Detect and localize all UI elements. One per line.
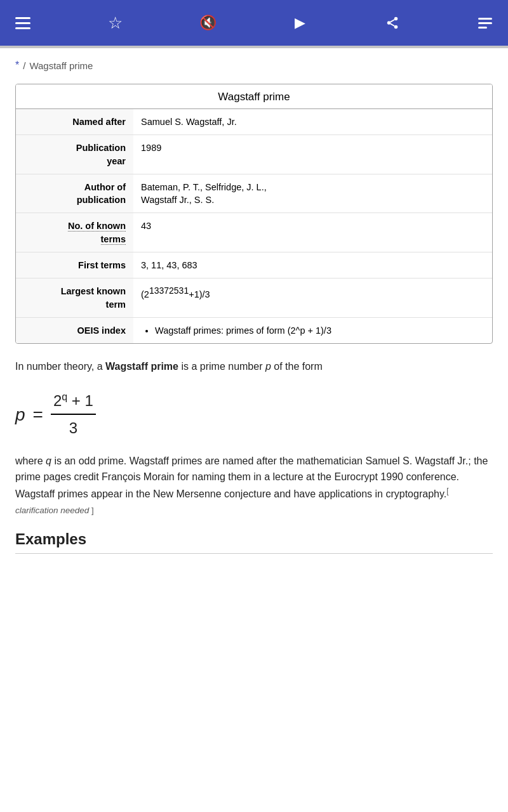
mute-icon [199, 15, 217, 31]
infocard-value-largest-term: (213372531+1)/3 [133, 278, 492, 317]
infocard-label-pub-year: Publicationyear [16, 135, 133, 174]
infocard: Wagstaff prime Named after Samuel S. Wag… [15, 84, 493, 344]
dotted-label: No. of knownterms [68, 221, 126, 244]
infocard-value-pub-year: 1989 [133, 135, 492, 174]
clarification-bracket-close: ] [91, 506, 94, 515]
bookmark-button[interactable] [104, 11, 127, 34]
infocard-value-named-after: Samuel S. Wagstaff, Jr. [133, 109, 492, 134]
svg-line-3 [391, 23, 394, 26]
infocard-row-first-terms: First terms 3, 11, 43, 683 [16, 252, 492, 278]
infocard-label-first-terms: First terms [16, 252, 133, 278]
infocard-row-author: Author ofpublication Bateman, P. T., Sel… [16, 174, 492, 214]
infocard-row-largest-term: Largest knownterm (213372531+1)/3 [16, 278, 492, 318]
infocard-value-author: Bateman, P. T., Selfridge, J. L.,Wagstaf… [133, 174, 492, 213]
clarification-superscript[interactable]: [ [446, 487, 448, 495]
hamburger-icon [15, 17, 30, 29]
svg-point-2 [394, 25, 398, 29]
formula-block: p = 2q + 1 3 [15, 384, 493, 445]
play-icon [295, 15, 305, 31]
infocard-value-terms-count: 43 [133, 213, 492, 252]
svg-line-4 [391, 20, 394, 22]
formula-p: p [15, 401, 25, 428]
svg-point-0 [394, 17, 398, 20]
breadcrumb-page[interactable]: Wagstaff prime [29, 60, 93, 71]
oeis-list-item: Wagstaff primes: primes of form (2^p + 1… [155, 324, 485, 337]
infocard-title: Wagstaff prime [16, 84, 492, 109]
share-icon [385, 16, 399, 30]
infocard-label-largest-term: Largest knownterm [16, 278, 133, 317]
examples-heading: Examples [15, 527, 493, 554]
infocard-label-author: Author ofpublication [16, 174, 133, 213]
formula-denominator: 3 [67, 415, 80, 440]
toolbar [0, 0, 508, 46]
formula-exponent-q: q [62, 391, 67, 402]
list-icon [478, 18, 492, 29]
formula-fraction: 2q + 1 3 [51, 389, 96, 440]
share-button[interactable] [381, 11, 404, 34]
breadcrumb-separator: / [23, 60, 25, 71]
formula-equals: = [33, 401, 43, 428]
star-icon [108, 13, 123, 33]
exponent-largest: 13372531 [149, 285, 189, 296]
mute-button[interactable] [196, 11, 219, 34]
infocard-value-oeis: Wagstaff primes: primes of form (2^p + 1… [133, 318, 492, 343]
svg-point-1 [387, 21, 391, 25]
infocard-row-named-after: Named after Samuel S. Wagstaff, Jr. [16, 109, 492, 135]
breadcrumb-star[interactable]: * [15, 60, 19, 71]
hamburger-button[interactable] [11, 11, 34, 34]
breadcrumb: * / Wagstaff prime [0, 48, 508, 77]
infocard-label-oeis: OEIS index [16, 318, 133, 343]
formula-numerator: 2q + 1 [51, 389, 96, 415]
variable-p: p [265, 361, 271, 372]
play-button[interactable] [289, 11, 312, 34]
clarification-text[interactable]: clarification needed [15, 506, 91, 515]
contents-button[interactable] [474, 11, 497, 34]
infocard-row-pub-year: Publicationyear 1989 [16, 135, 492, 174]
variable-q: q [46, 455, 51, 466]
wagstaff-prime-term: Wagstaff prime [105, 361, 178, 372]
oeis-list: Wagstaff primes: primes of form (2^p + 1… [141, 324, 485, 337]
body-paragraph: where q is an odd prime. Wagstaff primes… [15, 454, 493, 518]
intro-paragraph: In number theory, a Wagstaff prime is a … [15, 359, 493, 375]
infocard-value-first-terms: 3, 11, 43, 683 [133, 252, 492, 278]
infocard-label-terms-count: No. of knownterms [16, 213, 133, 252]
infocard-row-oeis: OEIS index Wagstaff primes: primes of fo… [16, 318, 492, 343]
infocard-row-terms-count: No. of knownterms 43 [16, 213, 492, 252]
infocard-label-named-after: Named after [16, 109, 133, 134]
main-content: In number theory, a Wagstaff prime is a … [0, 355, 508, 569]
